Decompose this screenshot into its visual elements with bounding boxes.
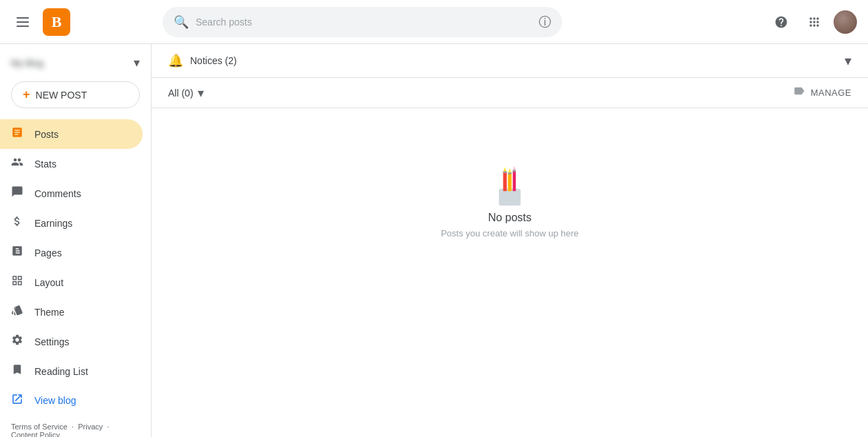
label-icon — [793, 85, 805, 101]
body-wrap: My Blog ▾ + NEW POST Posts Stats Com — [0, 44, 868, 437]
blog-selector[interactable]: My Blog ▾ — [0, 50, 151, 76]
svg-rect-6 — [508, 172, 511, 174]
svg-marker-2 — [503, 167, 506, 172]
filter-bar: All (0) ▾ MANAGE — [152, 78, 868, 108]
avatar[interactable] — [834, 10, 857, 34]
blog-selector-arrow-icon: ▾ — [134, 55, 140, 70]
privacy-link[interactable]: Privacy — [78, 423, 103, 431]
filter-dropdown[interactable]: All (0) ▾ — [168, 85, 204, 101]
header: B 🔍 ⓘ — [0, 0, 868, 44]
new-post-plus-icon: + — [23, 88, 30, 102]
svg-rect-4 — [508, 173, 511, 191]
sidebar: My Blog ▾ + NEW POST Posts Stats Com — [0, 44, 152, 437]
svg-rect-1 — [503, 172, 506, 191]
sidebar-item-earnings[interactable]: Earnings — [0, 208, 143, 238]
new-post-button[interactable]: + NEW POST — [11, 81, 140, 108]
view-blog-item[interactable]: View blog — [0, 386, 151, 414]
sidebar-item-stats[interactable]: Stats — [0, 149, 143, 179]
settings-label: Settings — [34, 336, 70, 347]
apps-button[interactable] — [800, 8, 828, 36]
sidebar-item-theme[interactable]: Theme — [0, 297, 143, 327]
search-input[interactable] — [196, 17, 532, 28]
sidebar-item-reading-list[interactable]: Reading List — [0, 356, 143, 386]
help-button[interactable] — [767, 8, 795, 36]
settings-icon — [11, 334, 23, 349]
terms-link[interactable]: Terms of Service — [11, 423, 68, 431]
notices-bell-icon: 🔔 — [168, 53, 183, 68]
header-right — [767, 8, 857, 36]
manage-button[interactable]: MANAGE — [811, 88, 851, 98]
blogger-logo: B — [43, 8, 70, 36]
new-post-label: NEW POST — [36, 90, 87, 101]
layout-icon — [11, 274, 23, 290]
pages-label: Pages — [34, 247, 62, 258]
svg-rect-3 — [503, 171, 506, 173]
theme-icon — [11, 304, 23, 320]
empty-subtitle: Posts you create will show up here — [441, 228, 579, 238]
layout-label: Layout — [34, 277, 63, 288]
footer-links: Terms of Service · Privacy · Content Pol… — [0, 414, 151, 437]
earnings-icon — [11, 215, 23, 231]
search-bar: 🔍 ⓘ — [163, 7, 562, 37]
main-content: 🔔 Notices (2) ▾ All (0) ▾ MANAGE — [152, 44, 868, 437]
reading-list-label: Reading List — [34, 366, 88, 377]
view-blog-external-icon — [11, 393, 23, 407]
svg-rect-0 — [499, 189, 521, 206]
sidebar-item-comments[interactable]: Comments — [0, 179, 143, 208]
hamburger-icon[interactable] — [11, 12, 34, 32]
header-left: B — [11, 8, 163, 36]
posts-label: Posts — [34, 129, 59, 140]
pages-icon — [11, 245, 23, 261]
notices-bar: 🔔 Notices (2) ▾ — [152, 44, 868, 78]
svg-rect-7 — [513, 171, 515, 192]
search-icon: 🔍 — [174, 14, 189, 30]
stats-icon — [11, 156, 23, 172]
sidebar-item-posts[interactable]: Posts — [0, 119, 143, 149]
earnings-label: Earnings — [34, 218, 72, 229]
theme-label: Theme — [34, 307, 65, 318]
filter-label: All (0) — [168, 88, 194, 99]
notices-chevron-icon[interactable]: ▾ — [845, 52, 851, 69]
svg-marker-8 — [513, 166, 515, 171]
comments-icon — [11, 185, 23, 201]
search-info-icon[interactable]: ⓘ — [539, 14, 551, 30]
view-blog-label: View blog — [34, 395, 76, 406]
empty-title: No posts — [488, 212, 531, 224]
sidebar-item-settings[interactable]: Settings — [0, 327, 143, 356]
empty-state: No posts Posts you create will show up h… — [152, 108, 868, 294]
stats-label: Stats — [34, 159, 56, 170]
blog-name: My Blog — [11, 58, 43, 68]
posts-icon — [11, 126, 23, 142]
svg-marker-5 — [508, 168, 511, 173]
content-policy-link[interactable]: Content Policy — [11, 431, 60, 437]
notices-label: Notices (2) — [190, 55, 237, 66]
sidebar-item-layout[interactable]: Layout — [0, 267, 143, 297]
empty-state-illustration — [486, 163, 534, 212]
comments-label: Comments — [34, 188, 81, 199]
notices-left: 🔔 Notices (2) — [168, 53, 237, 68]
manage-area: MANAGE — [793, 85, 851, 101]
svg-rect-9 — [513, 170, 515, 172]
reading-list-icon — [11, 363, 23, 379]
filter-arrow-icon: ▾ — [198, 85, 204, 101]
sidebar-item-pages[interactable]: Pages — [0, 238, 143, 267]
